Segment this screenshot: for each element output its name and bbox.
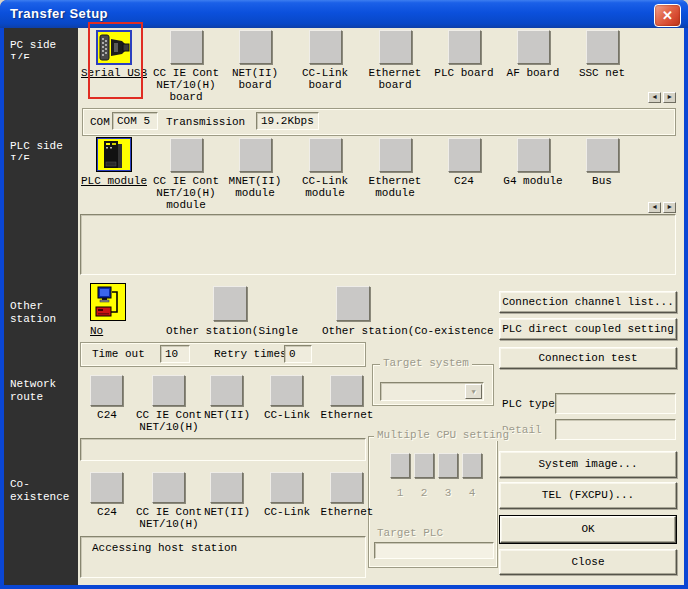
network-route-display-panel: [80, 438, 366, 461]
other-station-no-icon[interactable]: [90, 283, 126, 321]
transfer-setup-dialog: Transfer Setup ✕ PC side I/F PLC side I/…: [0, 0, 688, 589]
coexistence-ethernet-button[interactable]: [330, 472, 363, 503]
retry-times-label: Retry times: [214, 348, 287, 360]
cpu-2-button[interactable]: [414, 453, 434, 478]
route-display-panel: [80, 214, 676, 275]
multiple-cpu-title: Multiple CPU setting: [374, 430, 512, 441]
other-station-selected-label[interactable]: No: [90, 325, 103, 337]
network-route-net2-button[interactable]: [210, 375, 243, 406]
coexistence-net2-button[interactable]: [210, 472, 243, 503]
pc-if-ssc-button[interactable]: [586, 30, 619, 64]
pc-if-ethernet-button[interactable]: [379, 30, 412, 64]
plc-if-label: MNET(II) module: [218, 175, 292, 199]
pc-if-label: CC IE Cont NET/10(H) board: [149, 67, 223, 103]
pc-if-scroll-left-icon[interactable]: ◄: [648, 92, 661, 103]
network-route-label: Ethernet: [310, 409, 384, 421]
cpu-2-label: 2: [414, 487, 434, 499]
plc-if-label: G4 module: [496, 175, 570, 187]
plc-if-label: Ethernet module: [358, 175, 432, 199]
plc-if-bus-button[interactable]: [586, 138, 619, 172]
cpu-1-label: 1: [390, 487, 410, 499]
pc-if-label: AF board: [496, 67, 570, 79]
plc-direct-coupled-setting-button[interactable]: PLC direct coupled setting: [499, 318, 677, 340]
system-image-button[interactable]: System image...: [499, 451, 677, 478]
pc-if-scroll-right-icon[interactable]: ►: [663, 92, 676, 103]
pc-if-cclink-button[interactable]: [309, 30, 342, 64]
label-plc-side: PLC side I/F: [10, 140, 76, 160]
pc-if-cc-ie-cont-button[interactable]: [170, 30, 203, 64]
plc-if-ethernet-button[interactable]: [379, 138, 412, 172]
com-port-field[interactable]: COM 5: [112, 112, 158, 130]
label-coexistence-network: Co-existence network: [10, 478, 78, 505]
computer-icon: [91, 284, 125, 320]
network-route-cclink-button[interactable]: [270, 375, 303, 406]
pc-if-net2-button[interactable]: [239, 30, 272, 64]
pc-if-plc-button[interactable]: [448, 30, 481, 64]
label-pc-side: PC side I/F: [10, 39, 76, 59]
plc-if-label: Bus: [565, 175, 639, 187]
pc-if-label: PLC board: [427, 67, 501, 79]
annotation-highlight-box: [88, 22, 143, 99]
close-icon[interactable]: ✕: [654, 4, 681, 27]
plc-rack-icon: [97, 138, 131, 171]
network-route-ethernet-button[interactable]: [330, 375, 363, 406]
coexistence-label: Ethernet: [310, 506, 384, 518]
pc-if-label: NET(II) board: [218, 67, 292, 91]
target-system-title: Target system: [380, 358, 472, 369]
cpu-1-button[interactable]: [390, 453, 410, 478]
cpu-3-button[interactable]: [438, 453, 458, 478]
other-station-single-label: Other station(Single: [166, 325, 298, 337]
label-network-route: Network route: [10, 378, 76, 405]
plc-if-c24-button[interactable]: [448, 138, 481, 172]
coexistence-cc-ie-cont-button[interactable]: [152, 472, 185, 503]
cpu-4-button[interactable]: [462, 453, 482, 478]
tel-fxcpu-button[interactable]: TEL (FXCPU)...: [499, 482, 677, 509]
detail-field: [555, 419, 676, 440]
target-plc-field: [374, 542, 494, 559]
close-button[interactable]: Close: [499, 549, 677, 575]
window-title: Transfer Setup: [10, 6, 108, 21]
pc-if-af-button[interactable]: [517, 30, 550, 64]
plc-if-label: CC IE Cont NET/10(H) module: [149, 175, 223, 211]
target-plc-label: Target PLC: [377, 527, 443, 539]
retry-times-field[interactable]: 0: [284, 345, 312, 363]
plc-if-selected-label[interactable]: PLC module: [77, 175, 151, 187]
timeout-field[interactable]: 10: [160, 345, 190, 363]
plc-if-mnet2-button[interactable]: [239, 138, 272, 172]
com-label: COM: [90, 116, 110, 128]
chevron-down-icon[interactable]: ▼: [465, 384, 482, 399]
network-route-c24-button[interactable]: [90, 375, 123, 406]
cpu-3-label: 3: [438, 487, 458, 499]
transmission-speed-field[interactable]: 19.2Kbps: [256, 112, 319, 130]
connection-channel-list-button[interactable]: Connection channel list...: [499, 291, 677, 313]
plc-if-label: C24: [427, 175, 501, 187]
pc-if-label: CC-Link board: [288, 67, 362, 91]
other-station-coexistence-button[interactable]: [336, 286, 370, 321]
label-other-station: Other station: [10, 300, 76, 327]
network-route-cc-ie-cont-button[interactable]: [152, 375, 185, 406]
ok-button[interactable]: OK: [500, 516, 676, 543]
other-station-single-button[interactable]: [213, 286, 247, 321]
pc-if-label: Ethernet board: [358, 67, 432, 91]
target-system-combobox[interactable]: ▼: [380, 382, 484, 401]
plc-type-field: [555, 393, 676, 414]
plc-if-cclink-button[interactable]: [309, 138, 342, 172]
plc-if-cc-ie-cont-button[interactable]: [170, 138, 203, 172]
plc-if-g4-button[interactable]: [517, 138, 550, 172]
pc-if-label: SSC net: [565, 67, 639, 79]
connection-test-button[interactable]: Connection test: [499, 347, 677, 369]
plc-if-label: CC-Link module: [288, 175, 362, 199]
transmission-label: Transmission: [166, 116, 245, 128]
plc-if-scroll-left-icon[interactable]: ◄: [648, 202, 661, 213]
plc-if-plc-module-icon[interactable]: [96, 137, 132, 172]
plc-type-label: PLC type: [502, 398, 555, 410]
cpu-4-label: 4: [462, 487, 482, 499]
plc-if-scroll-right-icon[interactable]: ►: [663, 202, 676, 213]
timeout-label: Time out: [92, 348, 145, 360]
other-station-coexistence-label: Other station(Co-existence: [322, 325, 494, 337]
status-message: Accessing host station: [92, 542, 237, 555]
coexistence-cclink-button[interactable]: [270, 472, 303, 503]
coexistence-c24-button[interactable]: [90, 472, 123, 503]
